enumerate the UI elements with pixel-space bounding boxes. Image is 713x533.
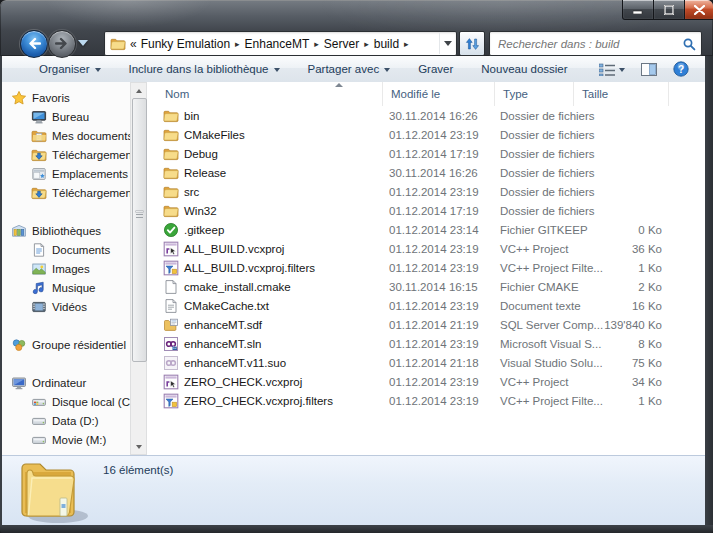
toolbar-item-organiser[interactable]: Organiser — [30, 59, 110, 79]
file-type: Dossier de fichiers — [495, 110, 574, 122]
history-dropdown-icon[interactable] — [78, 40, 88, 46]
toolbar-item-partager-avec[interactable]: Partager avec — [299, 59, 400, 79]
sidebar-item-emplacements-r-[interactable]: Emplacements ré — [2, 164, 130, 183]
file-row[interactable]: .gitkeep01.12.2014 23:14Fichier GITKEEP0… — [147, 220, 705, 239]
breadcrumb-chevron-icon[interactable]: ▸ — [233, 39, 242, 49]
search-box[interactable] — [489, 31, 702, 56]
file-name: enhanceMT.sdf — [184, 319, 262, 331]
file-name: bin — [184, 110, 199, 122]
file-size: 36 Ko — [574, 243, 669, 255]
refresh-button[interactable] — [459, 31, 485, 56]
file-name-cell: bin — [147, 108, 383, 124]
sidebar-item-disque-local-c-[interactable]: Disque local (C:) — [2, 392, 130, 411]
toolbar-item-label: Organiser — [39, 63, 90, 75]
breadcrumb-chevron-icon[interactable]: ▸ — [312, 39, 321, 49]
breadcrumb-chevron-icon[interactable]: ▸ — [402, 39, 411, 49]
file-row[interactable]: CMakeFiles01.12.2014 23:19Dossier de fic… — [147, 125, 705, 144]
preview-pane-button[interactable] — [635, 60, 663, 79]
toolbar-item-graver[interactable]: Graver — [409, 59, 462, 79]
file-row[interactable]: ZERO_CHECK.vcxproj01.12.2014 23:19VC++ P… — [147, 372, 705, 391]
help-button[interactable]: ? — [667, 58, 695, 80]
address-folder-icon — [110, 36, 126, 52]
sidebar-section-biblioth-ques[interactable]: Bibliothèques — [2, 221, 130, 240]
toolbar-item-label: Inclure dans la bibliothèque — [129, 63, 269, 75]
file-row[interactable]: enhanceMT.v11.suo01.12.2014 21:18Visual … — [147, 353, 705, 372]
file-row[interactable]: Win3201.12.2014 17:19Dossier de fichiers — [147, 201, 705, 220]
sidebar-item-vid-os[interactable]: Vidéos — [2, 297, 130, 316]
scroll-down-button[interactable] — [131, 439, 146, 454]
triangle-down-icon — [136, 445, 142, 449]
toolbar-item-inclure-dans-la-biblioth-que[interactable]: Inclure dans la bibliothèque — [120, 59, 289, 79]
file-row[interactable]: ALL_BUILD.vcxproj.filters01.12.2014 23:1… — [147, 258, 705, 277]
toolbar-item-nouveau-dossier[interactable]: Nouveau dossier — [472, 59, 576, 79]
address-dropdown-button[interactable] — [439, 33, 456, 54]
file-row[interactable]: Debug01.12.2014 17:19Dossier de fichiers — [147, 144, 705, 163]
minimize-button[interactable] — [622, 0, 654, 20]
file-row[interactable]: enhanceMT.sdf01.12.2014 21:19SQL Server … — [147, 315, 705, 334]
sidebar-item-images[interactable]: Images — [2, 259, 130, 278]
sidebar-item-t-l-chargements[interactable]: Téléchargements — [2, 183, 130, 202]
item-count-label: 16 élément(s) — [103, 464, 173, 476]
toolbar-item-label: Partager avec — [308, 63, 380, 75]
folder-icon — [163, 146, 179, 162]
column-header-name[interactable]: Nom — [147, 82, 383, 106]
scroll-up-button[interactable] — [131, 83, 146, 98]
search-input[interactable] — [490, 38, 682, 50]
close-button[interactable] — [685, 0, 713, 20]
sidebar-section-label: Favoris — [32, 92, 70, 104]
change-view-button[interactable] — [593, 60, 631, 79]
column-header-type[interactable]: Type — [495, 82, 574, 106]
file-row[interactable]: bin30.11.2014 16:26Dossier de fichiers — [147, 106, 705, 125]
sidebar-item-documents[interactable]: Documents — [2, 240, 130, 259]
breadcrumb-chevron-icon[interactable]: ▸ — [362, 39, 371, 49]
file-row[interactable]: ZERO_CHECK.vcxproj.filters01.12.2014 23:… — [147, 391, 705, 410]
svg-text:12: 12 — [173, 346, 177, 350]
details-pane: 16 élément(s) — [2, 455, 705, 526]
navigation-bar: « Funky Emulation▸EnhanceMT▸Server▸build… — [0, 28, 713, 56]
sidebar-item-data-d-[interactable]: Data (D:) — [2, 411, 130, 430]
file-row[interactable]: 12enhanceMT.sln01.12.2014 23:19Microsoft… — [147, 334, 705, 353]
breadcrumb-item[interactable]: build — [371, 37, 402, 51]
file-row[interactable]: src01.12.2014 23:19Dossier de fichiers — [147, 182, 705, 201]
file-type: VC++ Project Filte... — [495, 262, 574, 274]
breadcrumb-item[interactable]: Server — [321, 37, 362, 51]
file-size: 139'840 Ko — [574, 319, 669, 331]
column-header-size[interactable]: Taille — [574, 82, 669, 106]
file-row[interactable]: CMakeCache.txt01.12.2014 23:19Document t… — [147, 296, 705, 315]
sidebar-item-t-l-chargements[interactable]: Téléchargements — [2, 145, 130, 164]
scrollbar-thumb[interactable] — [132, 98, 147, 362]
breadcrumb-item[interactable]: EnhanceMT — [242, 37, 313, 51]
sidebar-scrollbar[interactable] — [130, 82, 147, 455]
forward-button[interactable] — [48, 30, 76, 58]
file-name-cell: ALL_BUILD.vcxproj — [147, 241, 383, 257]
file-size: 75 Ko — [574, 357, 669, 369]
file-row[interactable]: Release30.11.2014 16:26Dossier de fichie… — [147, 163, 705, 182]
sidebar-section-groupe-r-sidentiel[interactable]: Groupe résidentiel — [2, 335, 130, 354]
back-button[interactable] — [20, 30, 48, 58]
breadcrumb-item[interactable]: Funky Emulation — [138, 37, 233, 51]
sidebar-item-bureau[interactable]: Bureau — [2, 107, 130, 126]
column-header-modified[interactable]: Modifié le — [383, 82, 495, 106]
vcxproj-filters-icon — [163, 260, 179, 276]
sidebar-section-favoris[interactable]: Favoris — [2, 88, 130, 107]
refresh-icon — [465, 37, 479, 51]
sidebar-item-musique[interactable]: Musique — [2, 278, 130, 297]
maximize-button[interactable] — [654, 0, 685, 20]
file-row[interactable]: ALL_BUILD.vcxproj01.12.2014 23:19VC++ Pr… — [147, 239, 705, 258]
minimize-icon — [633, 5, 643, 14]
file-modified-date: 01.12.2014 21:19 — [383, 319, 495, 331]
file-type: VC++ Project Filte... — [495, 395, 574, 407]
sidebar-section-ordinateur[interactable]: Ordinateur — [2, 373, 130, 392]
breadcrumb-overflow-chevron[interactable]: « — [130, 37, 138, 51]
file-name: enhanceMT.sln — [184, 338, 261, 350]
sidebar-item-movie-m-[interactable]: Movie (M:) — [2, 430, 130, 449]
address-bar[interactable]: « Funky Emulation▸EnhanceMT▸Server▸build… — [104, 31, 457, 56]
file-size: 34 Ko — [574, 376, 669, 388]
file-row[interactable]: cmake_install.cmake30.11.2014 16:15Fichi… — [147, 277, 705, 296]
libraries-icon — [11, 223, 27, 239]
search-icon[interactable] — [682, 37, 696, 51]
file-name-cell: enhanceMT.sdf — [147, 317, 383, 333]
arrow-right-icon — [55, 37, 69, 50]
file-name-cell: Release — [147, 165, 383, 181]
sidebar-item-mes-documents[interactable]: Mes documents — [2, 126, 130, 145]
